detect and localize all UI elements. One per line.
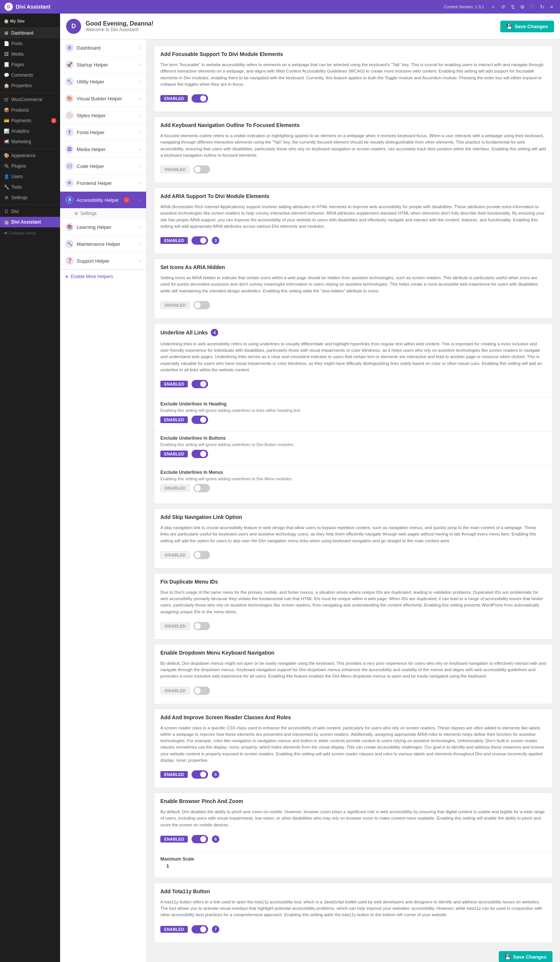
add-icon[interactable]: + bbox=[489, 3, 497, 11]
helper-item-fonts[interactable]: T Fonts Helper › bbox=[60, 124, 146, 141]
exclude-menus-toggle[interactable] bbox=[193, 484, 210, 492]
duplicate-menu-toggle[interactable] bbox=[193, 622, 210, 630]
setting-pinch-zoom: Enable Browser Pinch And Zoom By default… bbox=[154, 793, 552, 878]
enable-more-label: Enable More Helpers bbox=[71, 274, 113, 279]
sidebar-item-pages[interactable]: 📃 Pages bbox=[0, 60, 60, 70]
collapse-menu[interactable]: ◀ Collapse menu bbox=[0, 228, 60, 238]
sidebar-item-divi-label: Divi bbox=[11, 209, 19, 214]
sidebar-item-dashboard[interactable]: ⊞ Dashboard bbox=[0, 28, 60, 38]
setting-focusable-title: Add Focusable Support To Divi Module Ele… bbox=[160, 51, 546, 57]
save-changes-button-top[interactable]: 💾 Save Changes bbox=[500, 21, 554, 32]
helper-item-media[interactable]: 🖼 Media Helper › bbox=[60, 141, 146, 158]
exclude-menus-slider bbox=[193, 484, 210, 492]
sidebar-item-woocommerce[interactable]: 🛒 WooCommerce bbox=[0, 94, 60, 105]
sidebar-item-media[interactable]: 🖼 Media bbox=[0, 49, 60, 60]
helper-item-learning[interactable]: 📚 Learning Helper › bbox=[60, 219, 146, 236]
focusable-status-badge: ENABLED bbox=[160, 95, 188, 102]
sidebar-item-settings[interactable]: ⚙ Settings bbox=[0, 192, 60, 203]
helper-item-accessibility[interactable]: ♿ Accessibility Helper 1 › bbox=[60, 192, 146, 208]
helper-item-frontend[interactable]: 👁 Frontend Helper › bbox=[60, 175, 146, 192]
icons-hidden-toggle[interactable] bbox=[193, 301, 210, 309]
focusable-toggle[interactable] bbox=[191, 94, 208, 103]
setting-duplicate-menu-title: Fix Duplicate Menu IDs bbox=[160, 579, 546, 585]
sidebar-item-tools[interactable]: 🔧 Tools bbox=[0, 182, 60, 192]
helper-item-support[interactable]: ❓ Support Helper › bbox=[60, 253, 146, 270]
save-changes-button-bottom[interactable]: 💾 Save Changes bbox=[499, 951, 552, 962]
save-changes-label-bottom: Save Changes bbox=[513, 954, 547, 960]
setting-underline-links: Underline All Links 4 Underlining links … bbox=[154, 323, 552, 504]
helper-item-startup[interactable]: 🚀 Startup Helper › bbox=[60, 56, 146, 73]
sidebar-item-comments[interactable]: 💬 Comments bbox=[0, 70, 60, 81]
pinch-zoom-toggle[interactable] bbox=[191, 835, 208, 843]
icons-hidden-status-badge: DISABLED bbox=[160, 301, 190, 309]
sidebar-item-marketing[interactable]: 📢 Marketing bbox=[0, 136, 60, 147]
aria-status-badge: ENABLED bbox=[160, 237, 188, 244]
sidebar-item-plugins[interactable]: 🔌 Plugins bbox=[0, 161, 60, 171]
sidebar-item-divi[interactable]: D Divi bbox=[0, 206, 60, 217]
helper-item-code[interactable]: ⟨/⟩ Code Helper › bbox=[60, 158, 146, 175]
setting-dropdown-keyboard-header: Enable Dropdown Menu Keyboard Navigation bbox=[154, 644, 552, 660]
setting-tota11y-header: Add Tota11y Button bbox=[154, 883, 552, 899]
setting-skip-nav-title: Add Skip Navigation Link Option bbox=[160, 514, 546, 520]
setting-aria-header: Add ARIA Support To Divi Module Elements bbox=[154, 188, 552, 204]
helper-item-visual-builder[interactable]: 🎨 Visual Builder Helper › bbox=[60, 90, 146, 107]
helper-support-label: Support Helper bbox=[77, 258, 109, 264]
helper-settings-row[interactable]: ⚙ Settings bbox=[60, 208, 146, 219]
exclude-buttons-title: Exclude Underlines In Buttons bbox=[160, 436, 546, 441]
exclude-buttons-slider bbox=[191, 450, 208, 458]
setting-keyboard-nav-desc: A focused elements outline refers to a v… bbox=[154, 132, 552, 162]
helper-item-utility[interactable]: 🔧 Utility Helper › bbox=[60, 73, 146, 90]
keyboard-nav-toggle[interactable] bbox=[193, 165, 210, 174]
keyboard-nav-toggle-row: DISABLED bbox=[160, 165, 546, 174]
setting-tota11y-desc: A tota11y button refers to a link used t… bbox=[154, 899, 552, 922]
sidebar-item-users[interactable]: 👤 Users bbox=[0, 171, 60, 182]
setting-focusable-controls: ENABLED bbox=[154, 91, 552, 111]
underline-links-slider bbox=[191, 380, 208, 388]
pages-icon: 📃 bbox=[4, 62, 9, 67]
helper-item-styles[interactable]: ✨ Styles Helper › bbox=[60, 107, 146, 124]
properties-icon: 🏠 bbox=[4, 83, 9, 88]
sidebar-item-divi-assistant[interactable]: 🤖 Divi Assistant bbox=[0, 217, 60, 228]
sidebar-item-products[interactable]: 📦 Products bbox=[0, 105, 60, 115]
sidebar-item-appearance[interactable]: 🎨 Appearance bbox=[0, 150, 60, 161]
aria-toggle-row: ENABLED 3 bbox=[160, 236, 546, 245]
exclude-heading-slider bbox=[191, 416, 208, 424]
helper-fonts-icon: T bbox=[65, 128, 74, 136]
appearance-icon: 🎨 bbox=[4, 153, 9, 158]
heart-icon[interactable]: ♡ bbox=[528, 3, 536, 11]
helper-code-label: Code Helper bbox=[77, 163, 104, 169]
keyboard-nav-slider bbox=[193, 165, 210, 174]
transfer-icon[interactable]: ⇅ bbox=[509, 3, 517, 11]
analytics-icon: 📊 bbox=[4, 129, 9, 134]
menu-icon[interactable]: ≡ bbox=[548, 3, 555, 11]
exclude-heading-status-badge: ENABLED bbox=[160, 416, 188, 423]
underline-links-toggle[interactable] bbox=[191, 380, 208, 388]
exclude-menus-title: Exclude Underlines In Menus bbox=[160, 470, 546, 475]
settings-icon[interactable]: ⚙ bbox=[519, 3, 526, 11]
dropdown-keyboard-toggle-row: DISABLED bbox=[160, 686, 546, 695]
sidebar-item-posts[interactable]: 📄 Posts bbox=[0, 38, 60, 49]
setting-duplicate-menu: Fix Duplicate Menu IDs Due to Divi's usa… bbox=[154, 573, 552, 639]
sync-icon[interactable]: ↻ bbox=[538, 3, 546, 11]
helper-item-dashboard[interactable]: ⊞ Dashboard › bbox=[60, 39, 146, 56]
aria-toggle[interactable] bbox=[191, 236, 208, 245]
dropdown-keyboard-toggle[interactable] bbox=[193, 686, 210, 695]
skip-nav-toggle[interactable] bbox=[193, 551, 210, 559]
setting-pinch-zoom-header: Enable Browser Pinch And Zoom bbox=[154, 793, 552, 809]
setting-icons-hidden-desc: Setting icons as ARIA hidden to indicate… bbox=[154, 275, 552, 298]
sidebar-item-media-label: Media bbox=[11, 52, 24, 57]
plugin-header-info: Good Evening, Deanna! Welcome to Divi As… bbox=[85, 20, 153, 32]
sidebar-item-analytics[interactable]: 📊 Analytics bbox=[0, 126, 60, 136]
media-icon: 🖼 bbox=[4, 52, 9, 57]
exclude-buttons-toggle[interactable] bbox=[191, 450, 208, 458]
helper-support-chevron: › bbox=[140, 259, 141, 263]
tota11y-toggle[interactable] bbox=[191, 925, 208, 933]
enable-more-helpers[interactable]: + Enable More Helpers bbox=[60, 270, 146, 283]
sidebar-item-payments[interactable]: 💳 Payments 1 bbox=[0, 115, 60, 126]
exclude-heading-toggle[interactable] bbox=[191, 416, 208, 424]
sidebar-item-properties[interactable]: 🏠 Properties bbox=[0, 81, 60, 91]
screen-reader-toggle[interactable] bbox=[191, 770, 208, 779]
helper-item-maintenance[interactable]: 🔨 Maintenance Helper › bbox=[60, 236, 146, 253]
exclude-menus-desc: Enabling this setting will ignore adding… bbox=[160, 476, 546, 481]
refresh-icon[interactable]: ↺ bbox=[499, 3, 507, 11]
